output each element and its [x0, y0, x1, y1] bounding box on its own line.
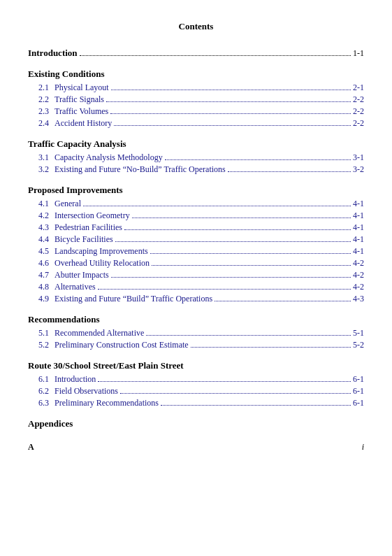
toc-dots [120, 393, 351, 394]
footer-right: i [362, 442, 364, 452]
toc-number: 2.3 [28, 106, 55, 117]
footer-left: A [28, 442, 34, 452]
toc-page: 2-1 [353, 83, 364, 93]
toc-number: 3.2 [28, 164, 55, 175]
toc-label: Preliminary Recommendations [55, 398, 159, 408]
section-appendices: Appendices [28, 418, 364, 429]
section-proposed: Proposed Improvements 4.1 General 4-1 4.… [28, 185, 364, 304]
toc-number: 2.2 [28, 94, 55, 105]
toc-label: Accident History [55, 118, 112, 129]
toc-page: 4-2 [353, 258, 364, 269]
section-heading-proposed: Proposed Improvements [28, 185, 364, 196]
toc-entry-2-1: 2.1 Physical Layout 2-1 [28, 83, 364, 93]
toc-label: Overhead Utility Relocation [55, 258, 150, 269]
toc-dots [215, 301, 351, 301]
section-heading-existing: Existing Conditions [28, 69, 364, 80]
toc-entry-6-1: 6.1 Introduction 6-1 [28, 374, 364, 385]
toc-number: 4.4 [28, 234, 55, 245]
toc-dots [106, 101, 351, 102]
toc-dots [161, 405, 351, 406]
toc-entry-4-9: 4.9 Existing and Future “Build” Traffic … [28, 294, 364, 304]
toc-label: General [55, 199, 81, 209]
toc-page: 4-3 [353, 294, 364, 304]
toc-page: 4-2 [353, 270, 364, 280]
toc-page: 5-1 [353, 328, 364, 338]
toc-number: 5.2 [28, 340, 55, 350]
toc-dots [132, 218, 351, 218]
toc-label: Intersection Geometry [55, 211, 130, 221]
toc-entry-4-7: 4.7 Abutter Impacts 4-2 [28, 270, 364, 280]
toc-number: 4.2 [28, 211, 55, 221]
toc-page: 6-1 [353, 374, 364, 385]
page-footer: A i [28, 442, 364, 452]
intro-page: 1-1 [353, 48, 364, 59]
toc-page: 2-2 [353, 94, 364, 105]
toc-label: Introduction [55, 374, 96, 385]
section-intro: Introduction 1-1 [28, 48, 364, 59]
toc-dots [152, 265, 351, 266]
toc-dots [146, 335, 351, 336]
page: Contents Introduction 1-1 Existing Condi… [0, 0, 392, 556]
toc-label: Bicycle Facilities [55, 234, 113, 245]
toc-page: 4-1 [353, 234, 364, 245]
toc-entry-4-8: 4.8 Alternatives 4-2 [28, 282, 364, 292]
toc-number: 3.1 [28, 152, 55, 163]
toc-dots [165, 159, 351, 160]
toc-dots [228, 171, 351, 172]
section-heading-route30: Route 30/School Street/East Plain Street [28, 360, 364, 371]
toc-entry-4-3: 4.3 Pedestrian Facilities 4-1 [28, 222, 364, 233]
toc-page: 6-1 [353, 386, 364, 397]
toc-entry-4-5: 4.5 Landscaping Improvements 4-1 [28, 246, 364, 257]
toc-dots [98, 381, 351, 382]
toc-dots [111, 90, 351, 90]
toc-number: 4.1 [28, 199, 55, 209]
sub-entries-traffic: 3.1 Capacity Analysis Methodology 3-1 3.… [28, 152, 364, 175]
toc-page: 4-1 [353, 199, 364, 209]
toc-entry-6-2: 6.2 Field Observations 6-1 [28, 386, 364, 397]
toc-entry-4-6: 4.6 Overhead Utility Relocation 4-2 [28, 258, 364, 269]
toc-label: Recommended Alternative [55, 328, 144, 338]
toc-dots [191, 347, 351, 348]
toc-number: 4.7 [28, 270, 55, 280]
toc-page: 6-1 [353, 398, 364, 408]
toc-label: Preliminary Construction Cost Estimate [55, 340, 189, 350]
toc-page: 3-2 [353, 164, 364, 175]
toc-page: 4-1 [353, 222, 364, 233]
toc-label: Alternatives [55, 282, 96, 292]
toc-dots [114, 125, 351, 126]
toc-page: 2-2 [353, 118, 364, 129]
toc-label: Landscaping Improvements [55, 246, 148, 257]
toc-dots [115, 241, 351, 242]
toc-page: 4-1 [353, 211, 364, 221]
toc-number: 6.1 [28, 374, 55, 385]
section-recommendations: Recommendations 5.1 Recommended Alternat… [28, 314, 364, 350]
toc-entry-2-4: 2.4 Accident History 2-2 [28, 118, 364, 129]
intro-dots [80, 55, 351, 56]
toc-label: Capacity Analysis Methodology [55, 152, 163, 163]
toc-dots [98, 289, 351, 290]
sub-entries-existing: 2.1 Physical Layout 2-1 2.2 Traffic Sign… [28, 83, 364, 129]
toc-dots [124, 229, 351, 230]
sub-entries-route30: 6.1 Introduction 6-1 6.2 Field Observati… [28, 374, 364, 408]
toc-number: 4.5 [28, 246, 55, 257]
intro-label: Introduction [28, 48, 78, 59]
sub-entries-proposed: 4.1 General 4-1 4.2 Intersection Geometr… [28, 199, 364, 304]
toc-page: 4-1 [353, 246, 364, 257]
toc-number: 4.9 [28, 294, 55, 304]
toc-entry-3-2: 3.2 Existing and Future “No-Build” Traff… [28, 164, 364, 175]
section-traffic-capacity: Traffic Capacity Analysis 3.1 Capacity A… [28, 138, 364, 175]
section-heading-recommendations: Recommendations [28, 314, 364, 325]
toc-entry-2-3: 2.3 Traffic Volumes 2-2 [28, 106, 364, 117]
toc-number: 4.3 [28, 222, 55, 233]
toc-dots [110, 113, 351, 114]
toc-page: 3-1 [353, 152, 364, 163]
toc-entry-6-3: 6.3 Preliminary Recommendations 6-1 [28, 398, 364, 408]
toc-dots [150, 253, 351, 254]
toc-page: 2-2 [353, 106, 364, 117]
toc-label: Traffic Signals [55, 94, 104, 105]
toc-label: Physical Layout [55, 83, 109, 93]
toc-label: Abutter Impacts [55, 270, 109, 280]
toc-number: 4.8 [28, 282, 55, 292]
intro-entry: Introduction 1-1 [28, 48, 364, 59]
toc-label: Pedestrian Facilities [55, 222, 122, 233]
